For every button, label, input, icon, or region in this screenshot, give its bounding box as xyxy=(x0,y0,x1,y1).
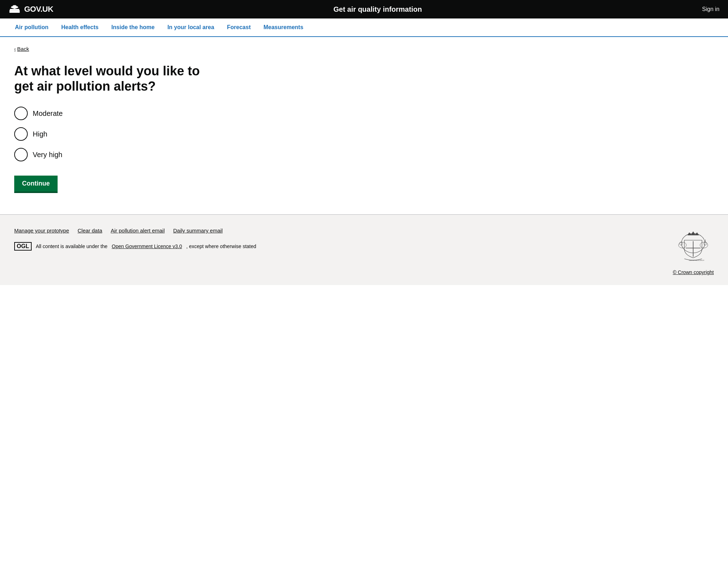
ogl-except-text: , except where otherwise stated xyxy=(186,243,256,249)
back-link[interactable]: ‹ Back xyxy=(14,46,29,52)
svg-text:DIEU ET MON DROIT: DIEU ET MON DROIT xyxy=(689,259,705,261)
header-title: Get air quality information xyxy=(53,5,702,14)
nav-item-air-pollution[interactable]: Air pollution xyxy=(9,18,55,36)
radio-label-moderate: Moderate xyxy=(33,109,63,118)
logo-text: GOV.UK xyxy=(24,5,53,14)
ogl-licence-link[interactable]: Open Government Licence v3.0 xyxy=(112,243,182,249)
crown-copyright-link[interactable]: © Crown copyright xyxy=(673,269,714,275)
radio-label-high: High xyxy=(33,130,47,138)
back-label: Back xyxy=(17,46,29,52)
crown-icon xyxy=(9,4,21,14)
site-footer: Manage your prototype Clear data Air pol… xyxy=(0,214,728,285)
nav-item-measurements[interactable]: Measurements xyxy=(257,18,310,36)
page-heading: At what level would you like to get air … xyxy=(14,63,220,94)
ogl-text: All content is available under the xyxy=(36,243,108,249)
footer-right: DIEU ET MON DROIT © Crown copyright xyxy=(673,227,714,275)
svg-rect-1 xyxy=(10,10,20,13)
nav-item-inside-home[interactable]: Inside the home xyxy=(105,18,161,36)
main-nav: Air pollution Health effects Inside the … xyxy=(0,18,728,37)
site-header: GOV.UK Get air quality information Sign … xyxy=(0,0,728,18)
footer-link-daily-summary[interactable]: Daily summary email xyxy=(173,227,223,234)
radio-very-high[interactable] xyxy=(14,148,28,161)
sign-in-link[interactable]: Sign in xyxy=(702,6,719,12)
footer-ogl-section: OGL All content is available under the O… xyxy=(14,242,673,251)
coat-of-arms-icon: DIEU ET MON DROIT xyxy=(674,227,713,267)
footer-links: Manage your prototype Clear data Air pol… xyxy=(14,227,673,234)
radio-item-very-high[interactable]: Very high xyxy=(14,148,306,161)
footer-link-clear-data[interactable]: Clear data xyxy=(77,227,102,234)
nav-item-forecast[interactable]: Forecast xyxy=(221,18,257,36)
nav-item-local-area[interactable]: In your local area xyxy=(161,18,221,36)
radio-high[interactable] xyxy=(14,127,28,141)
nav-item-health-effects[interactable]: Health effects xyxy=(55,18,105,36)
footer-link-manage-prototype[interactable]: Manage your prototype xyxy=(14,227,69,234)
radio-moderate[interactable] xyxy=(14,107,28,120)
radio-item-moderate[interactable]: Moderate xyxy=(14,107,306,120)
footer-link-air-alert-email[interactable]: Air pollution alert email xyxy=(111,227,165,234)
ogl-badge: OGL xyxy=(14,242,32,251)
radio-item-high[interactable]: High xyxy=(14,127,306,141)
back-chevron-icon: ‹ xyxy=(14,46,16,52)
gov-uk-logo[interactable]: GOV.UK xyxy=(9,4,53,14)
continue-button[interactable]: Continue xyxy=(14,176,58,193)
pollution-level-radio-group: Moderate High Very high xyxy=(14,107,306,161)
main-content: ‹ Back At what level would you like to g… xyxy=(0,37,728,214)
footer-left: Manage your prototype Clear data Air pol… xyxy=(14,227,673,251)
svg-rect-0 xyxy=(10,9,19,10)
radio-label-very-high: Very high xyxy=(33,151,62,159)
